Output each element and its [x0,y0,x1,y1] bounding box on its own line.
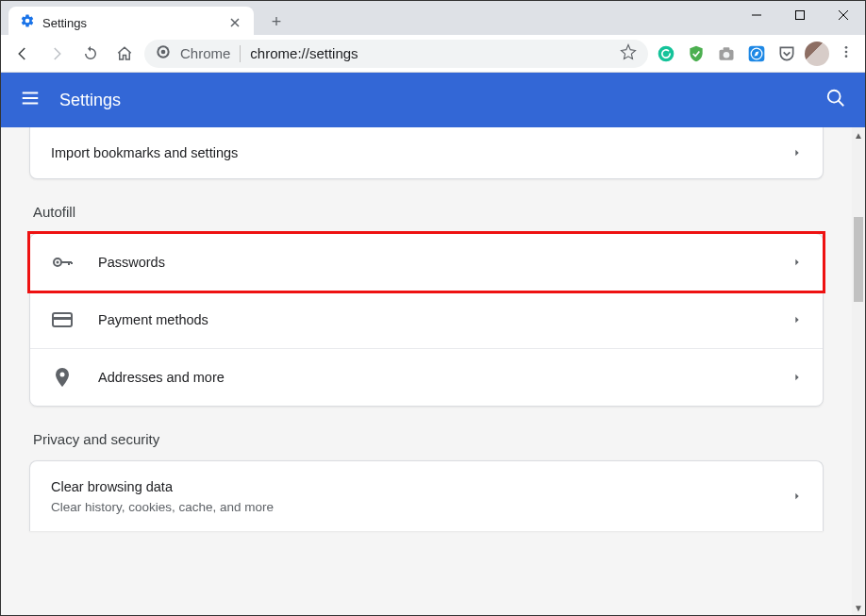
chevron-right-icon [792,369,802,386]
svg-point-12 [845,55,848,58]
row-label: Clear browsing data [51,478,792,496]
profile-avatar[interactable] [805,42,829,66]
chevron-right-icon [792,311,802,328]
svg-point-4 [658,45,674,61]
scroll-thumb[interactable] [854,217,863,302]
scroll-down-arrow[interactable]: ▼ [852,600,865,615]
chevron-right-icon [792,488,802,505]
svg-point-15 [57,261,59,264]
clear-browsing-data-row[interactable]: Clear browsing data Clear history, cooki… [30,461,823,531]
svg-point-13 [828,91,841,103]
row-label: Payment methods [98,312,792,327]
compass-extension-icon[interactable] [744,42,769,66]
grammarly-extension-icon[interactable] [654,42,678,66]
row-label: Import bookmarks and settings [51,145,792,160]
maximize-button[interactable] [778,1,822,29]
row-sublabel: Clear history, cookies, cache, and more [51,500,792,514]
new-tab-button[interactable]: + [263,8,290,35]
svg-rect-0 [796,11,805,20]
svg-point-3 [161,49,166,54]
browser-tab[interactable]: Settings [8,7,254,39]
browser-menu-button[interactable] [835,41,858,67]
back-button[interactable] [8,40,37,68]
url-prefix: Chrome [180,45,230,61]
passwords-row[interactable]: Passwords [27,231,825,293]
forward-button[interactable] [42,40,71,68]
window-controls [735,1,865,29]
autofill-section-title: Autofill [33,204,820,220]
search-icon[interactable] [825,88,846,112]
privacy-section-title: Privacy and security [33,431,820,447]
svg-rect-7 [724,47,730,50]
gear-icon [20,13,35,32]
url-path: chrome://settings [250,45,358,61]
address-bar[interactable]: Chrome chrome://settings [144,40,648,68]
settings-appbar: Settings [1,73,865,127]
credit-card-icon [51,308,74,331]
home-button[interactable] [110,40,139,68]
close-window-button[interactable] [822,1,865,29]
row-label: Passwords [98,255,792,270]
bookmark-star-icon[interactable] [620,43,637,64]
shield-extension-icon[interactable] [684,42,708,66]
pocket-extension-icon[interactable] [774,42,799,66]
camera-extension-icon[interactable] [714,42,739,66]
key-icon [51,251,74,274]
vertical-scrollbar[interactable]: ▲ ▼ [852,127,865,615]
addresses-row[interactable]: Addresses and more [30,348,823,406]
url-divider [240,45,241,62]
svg-point-6 [724,51,730,58]
svg-rect-17 [53,317,72,320]
svg-point-11 [845,50,848,53]
minimize-button[interactable] [735,1,778,29]
location-pin-icon [51,366,74,389]
reload-button[interactable] [76,40,105,68]
chevron-right-icon [792,254,802,271]
settings-content: Import bookmarks and settings Autofill P… [1,127,852,615]
site-info-icon[interactable] [156,44,171,63]
row-label: Addresses and more [98,370,792,385]
payment-methods-row[interactable]: Payment methods [30,291,823,348]
close-tab-icon[interactable] [227,15,242,30]
svg-point-10 [845,46,848,49]
chevron-right-icon [792,144,802,161]
autofill-card: Passwords Payment methods Addresses and [29,233,824,407]
svg-point-18 [60,373,65,377]
appbar-title: Settings [59,91,121,110]
import-bookmarks-row[interactable]: Import bookmarks and settings [30,127,823,178]
import-card: Import bookmarks and settings [29,127,824,179]
browser-toolbar: Chrome chrome://settings [1,35,865,73]
tab-title: Settings [42,16,227,30]
titlebar: Settings + [1,1,865,35]
menu-icon[interactable] [20,88,41,112]
privacy-card: Clear browsing data Clear history, cooki… [29,460,824,531]
scroll-up-arrow[interactable]: ▲ [852,127,865,142]
